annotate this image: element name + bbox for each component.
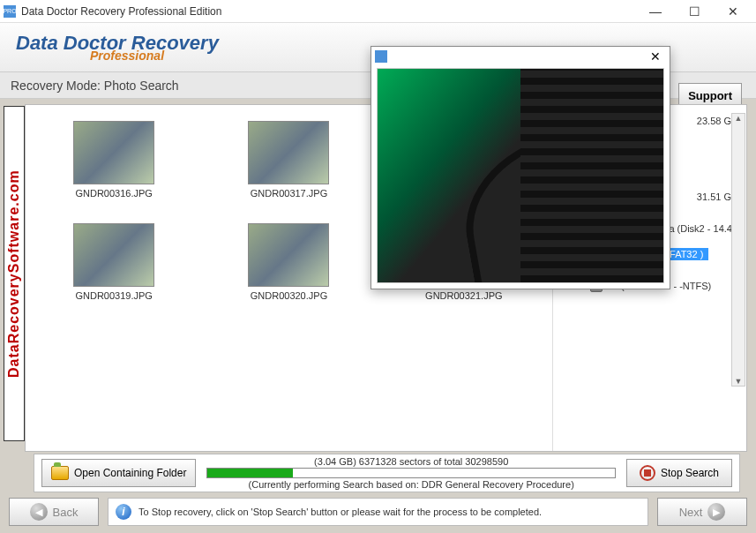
recovery-mode-label: Recovery Mode: Photo Search (11, 79, 179, 93)
thumbnail-filename: GNDR00317.JPG (251, 188, 327, 199)
thumbnail-filename: GNDR00320.JPG (251, 290, 327, 301)
preview-app-icon (375, 50, 387, 63)
stop-icon (640, 465, 655, 481)
back-button[interactable]: ◀ Back (9, 498, 99, 526)
arrow-right-icon: ▶ (707, 503, 725, 521)
arrow-left-icon: ◀ (30, 503, 48, 521)
window-title: Data Doctor Recovery Professional Editio… (21, 5, 636, 18)
watermark-sidebar: DataRecoverySoftware.com (4, 106, 25, 441)
thumbnail-image (73, 223, 154, 287)
footer-bar: ◀ Back i To Stop recovery, click on 'Sto… (9, 496, 747, 528)
next-button[interactable]: Next ▶ (657, 498, 747, 526)
app-icon: PRO (4, 5, 16, 18)
tip-text: To Stop recovery, click on 'Stop Search'… (138, 507, 542, 517)
procedure-text: (Currently performing Search based on: D… (249, 479, 574, 490)
image-preview-window[interactable]: ✕ (371, 46, 670, 289)
open-containing-folder-button[interactable]: Open Containing Folder (41, 459, 196, 487)
thumbnail-item[interactable]: GNDR00317.JPG (209, 121, 368, 199)
stop-search-button[interactable]: Stop Search (626, 459, 732, 487)
thumbnail-image (73, 121, 154, 184)
thumbnail-item[interactable]: GNDR00320.JPG (209, 223, 368, 301)
tree-scrollbar[interactable] (731, 113, 745, 387)
titlebar[interactable]: PRO Data Doctor Recovery Professional Ed… (0, 0, 756, 23)
thumbnail-image (248, 223, 329, 287)
logo-sub: Professional (90, 49, 219, 62)
progress-area: Open Containing Folder (3.04 GB) 6371328… (34, 454, 740, 492)
thumbnail-filename: GNDR00321.JPG (425, 290, 502, 301)
progress-bar (206, 468, 616, 478)
sectors-progress-text: (3.04 GB) 6371328 sectors of total 30298… (314, 456, 508, 467)
preview-image (377, 68, 664, 283)
tip-bar: i To Stop recovery, click on 'Stop Searc… (108, 498, 648, 526)
close-button[interactable]: ✕ (714, 0, 752, 23)
maximize-button[interactable]: ☐ (675, 0, 714, 23)
thumbnail-image (248, 121, 329, 184)
thumbnail-item[interactable]: GNDR00316.JPG (34, 121, 193, 199)
info-icon: i (116, 504, 131, 520)
preview-close-button[interactable]: ✕ (645, 48, 666, 65)
thumbnail-item[interactable]: GNDR00319.JPG (34, 223, 193, 301)
thumbnail-filename: GNDR00319.JPG (75, 290, 152, 301)
minimize-button[interactable]: — (636, 0, 675, 23)
folder-icon (51, 466, 69, 480)
thumbnail-filename: GNDR00316.JPG (75, 188, 152, 199)
